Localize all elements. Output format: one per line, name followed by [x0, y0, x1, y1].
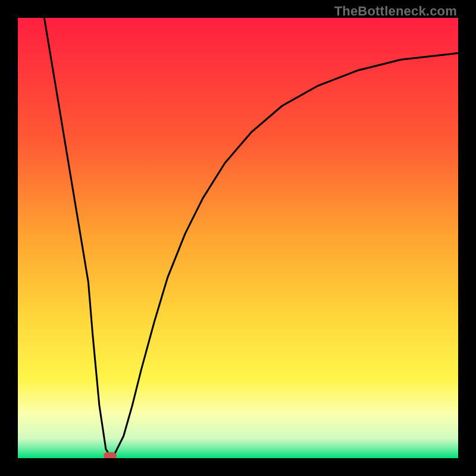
plot-area — [18, 18, 458, 458]
optimal-point-marker — [104, 452, 117, 458]
chart-frame: TheBottleneck.com — [0, 0, 476, 476]
bottleneck-curve — [18, 18, 458, 458]
watermark-text: TheBottleneck.com — [334, 4, 457, 19]
